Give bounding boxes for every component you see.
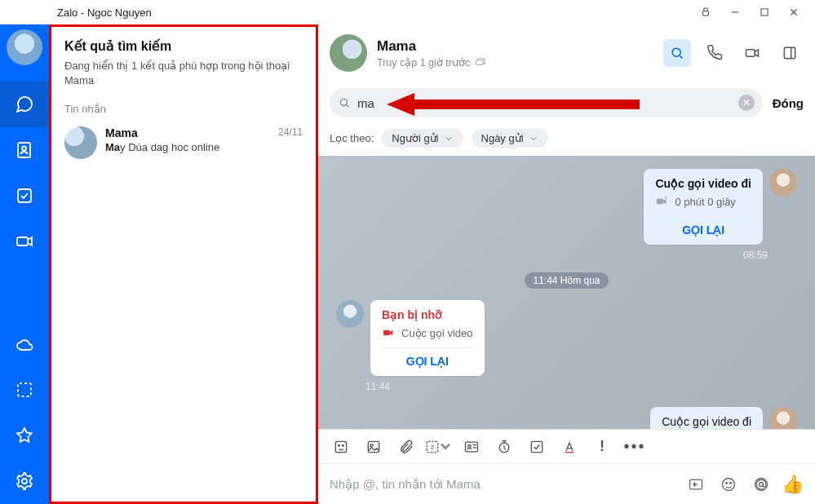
chat-search-input[interactable] [357, 96, 732, 110]
image-icon[interactable] [359, 432, 388, 462]
nav-settings-icon[interactable] [0, 458, 49, 504]
chat-search-row: ✕ Đóng [318, 82, 815, 124]
videocall-icon [655, 195, 668, 208]
minimize-button[interactable] [720, 0, 750, 24]
svg-text:Z: Z [431, 444, 434, 449]
svg-line-18 [346, 104, 348, 107]
chat-panel: Mama Truy cập 1 giờ trước ✕ Đóng Lọc the… [318, 24, 815, 504]
avatar [769, 169, 797, 197]
msg-text: Cuộc gọi video đi [650, 407, 763, 429]
svg-rect-11 [476, 60, 483, 65]
chat-search-close[interactable]: Đóng [773, 96, 804, 110]
chat-status: Truy cập 1 giờ trước [377, 56, 653, 69]
svg-rect-8 [17, 237, 28, 245]
recall-button[interactable]: GỌI LẠI [655, 216, 751, 237]
results-section-messages: Tin nhắn [64, 103, 303, 115]
my-avatar[interactable] [7, 29, 42, 65]
svg-line-13 [680, 55, 683, 59]
svg-rect-14 [746, 50, 755, 56]
svg-point-6 [22, 147, 26, 151]
filter-row: Lọc theo: Người gửi Ngày gửi [318, 124, 815, 156]
sticker-icon[interactable] [326, 432, 356, 462]
contact-card-icon[interactable] [457, 432, 486, 462]
composer: Nhập @, tin nhắn tới Mama 👍 [318, 463, 815, 504]
message-outgoing[interactable]: Cuộc gọi video đi 0 phút 0 giây GỌI LẠI [330, 169, 804, 245]
composer-input[interactable]: Nhập @, tin nhắn tới Mama [330, 477, 675, 492]
msg-meta: 0 phút 0 giây [655, 195, 751, 208]
svg-rect-15 [784, 47, 795, 58]
reminder-icon[interactable] [489, 432, 519, 462]
message-outgoing[interactable]: Cuộc gọi video đi [330, 407, 804, 429]
svg-rect-9 [18, 383, 31, 396]
quick-reply-icon[interactable] [684, 472, 708, 497]
svg-rect-7 [18, 189, 31, 202]
chat-search-box[interactable]: ✕ [330, 88, 763, 117]
svg-rect-21 [383, 330, 390, 336]
recall-button[interactable]: GỌI LẠI [382, 347, 473, 368]
chat-header: Mama Truy cập 1 giờ trước [318, 24, 815, 82]
msg-time: 11:44 [365, 381, 768, 392]
task-icon[interactable] [522, 432, 551, 462]
nav-screenshot-icon[interactable] [0, 367, 49, 413]
result-item[interactable]: Mama 24/11 May Dúa dag hoc online [64, 122, 303, 164]
mention-icon[interactable] [749, 472, 773, 497]
messages-area[interactable]: Cuộc gọi video đi 0 phút 0 giây GỌI LẠI … [318, 156, 815, 429]
svg-point-23 [339, 444, 340, 446]
message-incoming[interactable]: Bạn bị nhỡ Cuộc gọi video GỌI LẠI [330, 300, 804, 376]
titlebar-user: Ngoc Nguyen [87, 7, 152, 19]
svg-point-36 [726, 482, 728, 484]
nav-rail [0, 24, 49, 504]
emoji-icon[interactable] [716, 472, 741, 497]
svg-rect-0 [703, 11, 709, 15]
format-icon[interactable] [555, 432, 584, 462]
maximize-button[interactable] [750, 0, 779, 24]
filter-date-chip[interactable]: Ngày gửi [472, 129, 548, 148]
chat-sidebar-button[interactable] [776, 39, 804, 67]
nav-cloud-icon[interactable] [0, 321, 49, 367]
chevron-down-icon [444, 134, 454, 144]
close-button[interactable] [779, 0, 808, 24]
app-name: Zalo [57, 7, 78, 19]
svg-rect-32 [531, 441, 542, 452]
composer-toolbar: Z ! ••• [318, 429, 815, 463]
nav-todo-icon[interactable] [0, 173, 49, 219]
videocall-missed-icon [382, 326, 395, 339]
nav-video-icon[interactable] [0, 219, 49, 264]
svg-rect-2 [761, 9, 768, 15]
svg-rect-20 [657, 199, 663, 205]
chat-avatar[interactable] [330, 34, 367, 72]
result-snippet: May Dúa dag hoc online [105, 141, 303, 153]
thumbsup-icon[interactable]: 👍 [782, 474, 804, 495]
svg-rect-25 [368, 441, 379, 452]
svg-point-10 [22, 479, 27, 484]
svg-point-30 [468, 444, 471, 447]
avatar [336, 300, 364, 328]
msg-title: Cuộc gọi video đi [655, 177, 751, 190]
nav-contacts-icon[interactable] [0, 127, 49, 173]
svg-point-17 [340, 99, 347, 105]
svg-rect-22 [335, 441, 346, 452]
chat-name: Mama [377, 38, 653, 55]
nav-star-icon[interactable] [0, 413, 49, 458]
chevron-down-icon [529, 134, 538, 144]
result-date: 24/11 [278, 126, 303, 139]
titlebar: Zalo - Ngoc Nguyen [0, 0, 815, 24]
chat-call-button[interactable] [701, 39, 729, 67]
avatar [769, 407, 797, 429]
screenshot-icon[interactable]: Z [424, 432, 454, 462]
lock-icon[interactable] [691, 0, 720, 24]
nav-messages-icon[interactable] [0, 82, 49, 127]
priority-icon[interactable]: ! [587, 432, 617, 462]
filter-sender-chip[interactable]: Người gửi [382, 129, 463, 148]
svg-point-37 [730, 482, 732, 484]
clear-icon[interactable]: ✕ [738, 95, 755, 111]
filter-label: Lọc theo: [330, 132, 374, 144]
chat-video-button[interactable] [738, 39, 766, 67]
time-pill: 11:44 Hôm qua [525, 272, 608, 289]
attach-icon[interactable] [392, 432, 421, 462]
result-name: Mama [105, 126, 138, 139]
svg-point-35 [723, 478, 735, 490]
chat-search-button[interactable] [663, 39, 691, 67]
more-icon[interactable]: ••• [620, 432, 649, 462]
svg-point-26 [370, 444, 373, 446]
